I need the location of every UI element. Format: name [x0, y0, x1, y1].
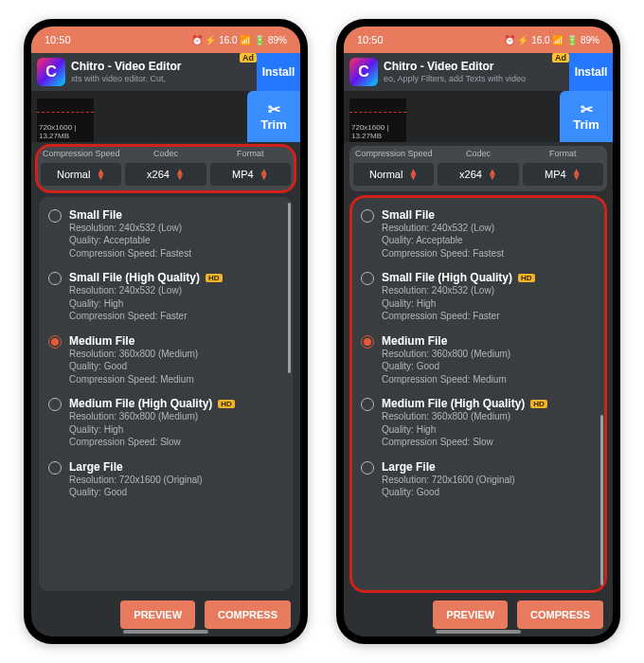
format-label: Format	[210, 150, 291, 159]
compression-option[interactable]: Medium File (High Quality)HDResolution: …	[357, 393, 599, 457]
radio-button[interactable]	[48, 461, 62, 475]
option-detail: Compression Speed: Fastest	[69, 247, 283, 260]
ad-subtitle: xts with video editor. Cut,	[71, 74, 257, 84]
thumbnail-meta: 720x1600 | 13.27MB	[349, 121, 406, 142]
option-detail: Compression Speed: Fastest	[382, 247, 596, 260]
option-detail: Quality: High	[382, 297, 596, 311]
option-title: Medium File (High Quality)HD	[382, 397, 596, 410]
option-title: Small File	[69, 208, 283, 222]
option-detail: Resolution: 360x800 (Medium)	[69, 348, 283, 361]
radio-button[interactable]	[361, 335, 374, 349]
hd-badge: HD	[530, 400, 547, 408]
trim-button[interactable]: ✂ Trim	[560, 91, 613, 142]
scrollbar-thumb[interactable]	[600, 415, 603, 585]
option-detail: Quality: Good	[69, 360, 283, 373]
ad-banner[interactable]: C Chitro - Video Editor xts with video e…	[31, 53, 300, 91]
radio-button[interactable]	[361, 209, 374, 223]
format-label: Format	[523, 150, 603, 159]
option-detail: Resolution: 360x800 (Medium)	[382, 348, 596, 361]
compression-option[interactable]: Small FileResolution: 240x532 (Low)Quali…	[45, 205, 287, 268]
radio-button[interactable]	[361, 272, 374, 285]
video-thumbnail[interactable]: 720x1600 | 13.27MB	[37, 99, 94, 142]
phone-right: 10:50 ⏰ ⚡ 16.0 📶 🔋 89% C Chitro - Video …	[336, 19, 620, 644]
option-detail: Resolution: 240x532 (Low)	[382, 222, 596, 235]
compression-option[interactable]: Medium File (High Quality)HDResolution: …	[45, 393, 287, 457]
option-detail: Quality: Good	[382, 486, 596, 499]
preview-row: 720x1600 | 13.27MB ✂ Trim	[31, 91, 300, 142]
codec-dropdown[interactable]: x264 ▲▼	[438, 163, 518, 186]
stepper-icon: ▲▼	[572, 169, 581, 180]
compression-option[interactable]: Medium FileResolution: 360x800 (Medium)Q…	[45, 331, 287, 394]
option-detail: Quality: Good	[69, 486, 283, 499]
option-detail: Quality: High	[69, 423, 283, 437]
option-title: Small File (High Quality)HD	[69, 271, 283, 284]
option-detail: Resolution: 720x1600 (Original)	[382, 474, 596, 487]
compression-options-list[interactable]: Small FileResolution: 240x532 (Low)Quali…	[39, 197, 293, 591]
preview-button[interactable]: PREVIEW	[120, 600, 195, 629]
radio-button[interactable]	[361, 461, 374, 475]
home-indicator[interactable]	[436, 630, 521, 634]
preview-button[interactable]: PREVIEW	[433, 600, 508, 629]
option-detail: Quality: High	[69, 297, 283, 311]
option-title: Medium File	[69, 334, 283, 348]
status-time: 10:50	[45, 34, 71, 45]
radio-button[interactable]	[48, 335, 62, 349]
hd-badge: HD	[206, 274, 223, 282]
video-thumbnail[interactable]: 720x1600 | 13.27MB	[349, 99, 406, 142]
home-indicator[interactable]	[123, 630, 208, 634]
option-detail: Resolution: 360x800 (Medium)	[382, 410, 596, 423]
status-bar: 10:50 ⏰ ⚡ 16.0 📶 🔋 89%	[31, 27, 300, 53]
stepper-icon: ▲▼	[488, 169, 497, 180]
codec-dropdown[interactable]: x264 ▲▼	[125, 163, 206, 186]
compression-option[interactable]: Large FileResolution: 720x1600 (Original…	[45, 457, 287, 507]
compression-option[interactable]: Large FileResolution: 720x1600 (Original…	[357, 457, 599, 507]
scrollbar-thumb[interactable]	[288, 203, 291, 373]
radio-button[interactable]	[361, 398, 374, 411]
install-button[interactable]: Install	[569, 53, 613, 91]
option-detail: Compression Speed: Faster	[382, 310, 596, 323]
preview-row: 720x1600 | 13.27MB ✂ Trim	[344, 91, 613, 142]
compression-option[interactable]: Small File (High Quality)HDResolution: 2…	[357, 267, 599, 331]
ad-title: Chitro - Video Editor	[384, 60, 569, 73]
screen: 10:50 ⏰ ⚡ 16.0 📶 🔋 89% C Chitro - Video …	[31, 27, 300, 636]
compression-option[interactable]: Small File (High Quality)HDResolution: 2…	[45, 267, 287, 331]
screen: 10:50 ⏰ ⚡ 16.0 📶 🔋 89% C Chitro - Video …	[344, 27, 613, 636]
compression-option[interactable]: Small FileResolution: 240x532 (Low)Quali…	[357, 205, 599, 268]
format-dropdown[interactable]: MP4 ▲▼	[523, 163, 603, 186]
radio-button[interactable]	[48, 272, 62, 285]
radio-button[interactable]	[48, 209, 62, 223]
compression-options-list[interactable]: Small FileResolution: 240x532 (Low)Quali…	[351, 197, 605, 591]
compress-button[interactable]: COMPRESS	[517, 600, 603, 629]
ad-badge: Ad	[552, 53, 569, 63]
option-title: Medium File (High Quality)HD	[69, 397, 283, 410]
status-icons: ⏰ ⚡ 16.0 📶 🔋 89%	[504, 35, 599, 45]
compression-speed-dropdown[interactable]: Normal ▲▼	[353, 163, 434, 186]
scissors-icon: ✂	[581, 102, 593, 117]
option-detail: Resolution: 240x532 (Low)	[69, 222, 283, 235]
option-detail: Compression Speed: Faster	[69, 310, 283, 323]
option-detail: Quality: Acceptable	[69, 234, 283, 247]
option-detail: Compression Speed: Medium	[382, 373, 596, 386]
option-title: Large File	[382, 460, 596, 474]
phone-left: 10:50 ⏰ ⚡ 16.0 📶 🔋 89% C Chitro - Video …	[24, 19, 308, 644]
ad-banner[interactable]: C Chitro - Video Editor eo, Apply Filter…	[344, 53, 613, 91]
ad-badge: Ad	[240, 53, 257, 63]
option-detail: Resolution: 360x800 (Medium)	[69, 410, 283, 423]
radio-button[interactable]	[48, 398, 62, 411]
option-detail: Compression Speed: Slow	[69, 436, 283, 449]
status-icons: ⏰ ⚡ 16.0 📶 🔋 89%	[191, 35, 287, 45]
scissors-icon: ✂	[268, 102, 280, 117]
option-detail: Quality: High	[382, 423, 596, 437]
option-detail: Quality: Good	[382, 360, 596, 373]
status-time: 10:50	[357, 34, 384, 45]
compression-option[interactable]: Medium FileResolution: 360x800 (Medium)Q…	[357, 331, 599, 394]
codec-label: Codec	[438, 150, 518, 159]
trim-button[interactable]: ✂ Trim	[247, 91, 300, 142]
install-button[interactable]: Install	[257, 53, 300, 91]
compression-speed-dropdown[interactable]: Normal ▲▼	[41, 163, 121, 186]
option-detail: Resolution: 240x532 (Low)	[382, 284, 596, 297]
format-dropdown[interactable]: MP4 ▲▼	[210, 163, 291, 186]
compress-button[interactable]: COMPRESS	[205, 600, 291, 629]
stepper-icon: ▲▼	[259, 169, 269, 180]
compression-speed-label: Compression Speed	[41, 150, 121, 159]
